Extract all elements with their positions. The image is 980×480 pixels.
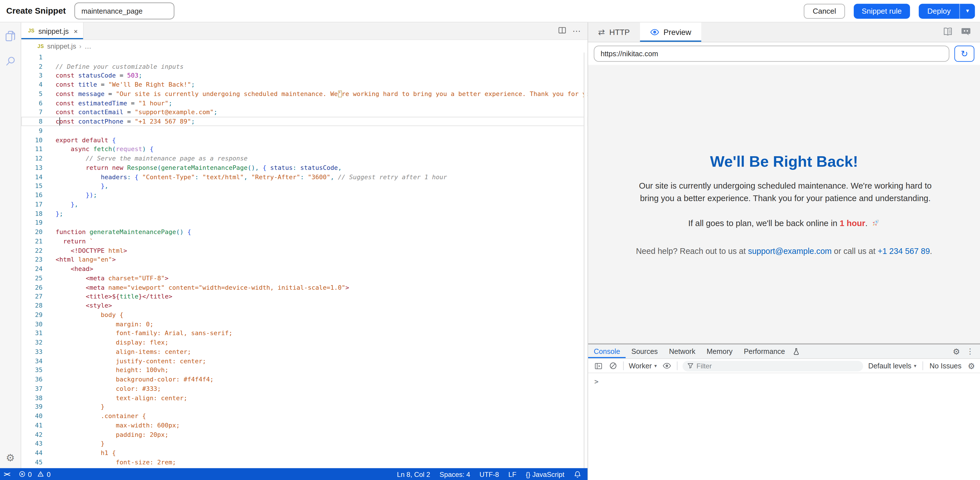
code-text: const statusCode = 503; <box>56 72 142 79</box>
code-editor[interactable]: 12// Define your customizable inputs3con… <box>21 52 587 480</box>
code-line-39[interactable]: 39 } <box>21 402 587 411</box>
code-line-38[interactable]: 38 text-align: center; <box>21 393 587 402</box>
language-mode[interactable]: {} JavaScript <box>526 470 565 478</box>
problems-indicator[interactable]: 0 0 <box>19 470 51 478</box>
deploy-dropdown-button[interactable]: ▼ <box>959 3 975 19</box>
code-line-22[interactable]: 22 <!DOCTYPE html> <box>21 246 587 255</box>
code-line-5[interactable]: 5const message = "Our site is currently … <box>21 89 587 98</box>
snippet-rule-button[interactable]: Snippet rule <box>853 3 910 19</box>
snippet-name-input[interactable] <box>75 3 175 19</box>
code-line-18[interactable]: 18}; <box>21 209 587 218</box>
tab-preview[interactable]: Preview <box>640 22 701 42</box>
code-line-20[interactable]: 20function generateMaintenancePage() { <box>21 228 587 237</box>
console-output[interactable]: > <box>588 373 980 480</box>
editor-pane: ⚙ JS snippet.js × ⋯ <box>0 22 587 480</box>
tab-performance[interactable]: Performance <box>738 345 791 358</box>
code-line-41[interactable]: 41 max-width: 600px; <box>21 421 587 430</box>
code-line-33[interactable]: 33 align-items: center; <box>21 347 587 356</box>
context-selector[interactable]: Worker ▾ <box>629 362 657 369</box>
tab-memory[interactable]: Memory <box>701 345 738 358</box>
tab-console[interactable]: Console <box>588 345 626 358</box>
code-line-32[interactable]: 32 display: flex; <box>21 338 587 347</box>
tab-network[interactable]: Network <box>663 345 701 358</box>
code-line-4[interactable]: 4const title = "We'll Be Right Back!"; <box>21 80 587 89</box>
settings-gear-icon[interactable]: ⚙ <box>6 452 15 464</box>
clear-console-icon[interactable] <box>608 361 618 371</box>
code-line-27[interactable]: 27 <title>${title}</title> <box>21 292 587 301</box>
code-line-29[interactable]: 29 body { <box>21 310 587 319</box>
code-line-25[interactable]: 25 <meta charset="UTF-8"> <box>21 274 587 283</box>
code-line-21[interactable]: 21 return ` <box>21 237 587 246</box>
issues-counter[interactable]: No Issues <box>929 362 961 369</box>
code-line-16[interactable]: 16 }); <box>21 190 587 200</box>
code-line-8[interactable]: 8const contactPhone = "+1 234 567 89"; <box>21 117 587 126</box>
console-filter[interactable] <box>682 360 864 371</box>
code-line-9[interactable]: 9 <box>21 126 587 135</box>
code-line-40[interactable]: 40 .container { <box>21 412 587 421</box>
console-sidebar-icon[interactable] <box>593 361 603 371</box>
code-line-30[interactable]: 30 margin: 0; <box>21 320 587 329</box>
code-line-12[interactable]: 12 // Serve the maintenance page as a re… <box>21 154 587 163</box>
search-icon[interactable] <box>3 54 18 69</box>
phone-link[interactable]: +1 234 567 89 <box>878 246 930 256</box>
discord-icon[interactable] <box>961 27 971 38</box>
tab-http[interactable]: ⇄ HTTP <box>588 22 640 42</box>
support-email-link[interactable]: support@example.com <box>748 246 832 256</box>
code-line-3[interactable]: 3const statusCode = 503; <box>21 71 587 80</box>
code-line-35[interactable]: 35 height: 100vh; <box>21 366 587 375</box>
devtools-menu-icon[interactable]: ⋮ <box>966 347 974 356</box>
experiments-flask-icon[interactable] <box>791 345 802 358</box>
refresh-button[interactable]: ↻ <box>955 46 974 62</box>
code-line-6[interactable]: 6const estimatedTime = "1 hour"; <box>21 98 587 108</box>
code-line-19[interactable]: 19 <box>21 218 587 227</box>
code-line-13[interactable]: 13 return new Response(generateMaintenan… <box>21 163 587 172</box>
encoding-setting[interactable]: UTF-8 <box>479 470 499 478</box>
code-line-2[interactable]: 2// Define your customizable inputs <box>21 62 587 71</box>
code-line-43[interactable]: 43 } <box>21 439 587 448</box>
code-line-23[interactable]: 23<html lang="en"> <box>21 255 587 264</box>
code-line-1[interactable]: 1 <box>21 52 587 62</box>
editor-scrollbar[interactable] <box>584 52 587 480</box>
more-actions-icon[interactable]: ⋯ <box>573 26 581 35</box>
split-editor-icon[interactable] <box>558 26 566 36</box>
code-line-45[interactable]: 45 font-size: 2rem; <box>21 458 587 467</box>
code-line-15[interactable]: 15 }, <box>21 181 587 190</box>
notifications-bell-icon[interactable] <box>574 470 581 478</box>
code-line-34[interactable]: 34 justify-content: center; <box>21 356 587 365</box>
tab-sources[interactable]: Sources <box>626 345 663 358</box>
code-line-10[interactable]: 10export default { <box>21 135 587 144</box>
cursor-position[interactable]: Ln 8, Col 2 <box>397 470 430 478</box>
code-line-44[interactable]: 44 h1 { <box>21 448 587 457</box>
code-line-17[interactable]: 17 }, <box>21 200 587 209</box>
filter-input[interactable] <box>697 362 858 369</box>
docs-book-icon[interactable] <box>942 27 953 38</box>
deploy-button[interactable]: Deploy <box>919 3 959 19</box>
code-text: // Define your customizable inputs <box>56 63 184 70</box>
remote-indicator-icon[interactable]: >< <box>4 470 10 477</box>
console-settings-icon[interactable]: ⚙ <box>968 361 975 371</box>
code-line-14[interactable]: 14 headers: { "Content-Type": "text/html… <box>21 172 587 181</box>
breadcrumb[interactable]: JS snippet.js › … <box>21 40 587 52</box>
javascript-file-icon: JS <box>28 28 35 34</box>
code-line-7[interactable]: 7const contactEmail = "support@example.c… <box>21 108 587 117</box>
tab-snippet-js[interactable]: JS snippet.js × <box>21 22 84 39</box>
close-tab-icon[interactable]: × <box>74 27 78 35</box>
indentation-setting[interactable]: Spaces: 4 <box>440 470 470 478</box>
code-line-24[interactable]: 24 <head> <box>21 264 587 273</box>
code-line-11[interactable]: 11 async fetch(request) { <box>21 144 587 154</box>
cancel-button[interactable]: Cancel <box>804 3 845 19</box>
code-line-42[interactable]: 42 padding: 20px; <box>21 430 587 439</box>
code-line-31[interactable]: 31 font-family: Arial, sans-serif; <box>21 329 587 338</box>
line-number: 39 <box>21 404 43 410</box>
code-line-37[interactable]: 37 color: #333; <box>21 384 587 393</box>
live-expression-eye-icon[interactable] <box>662 361 672 371</box>
code-line-26[interactable]: 26 <meta name="viewport" content="width=… <box>21 283 587 292</box>
devtools-settings-icon[interactable]: ⚙ <box>953 347 960 356</box>
console-prompt-chevron[interactable]: > <box>594 378 599 386</box>
log-levels-dropdown[interactable]: Default levels ▾ <box>868 362 916 369</box>
files-icon[interactable] <box>3 29 18 44</box>
code-line-28[interactable]: 28 <style> <box>21 301 587 310</box>
code-line-36[interactable]: 36 background-color: #f4f4f4; <box>21 375 587 384</box>
url-input[interactable] <box>594 46 949 62</box>
eol-setting[interactable]: LF <box>509 470 517 478</box>
